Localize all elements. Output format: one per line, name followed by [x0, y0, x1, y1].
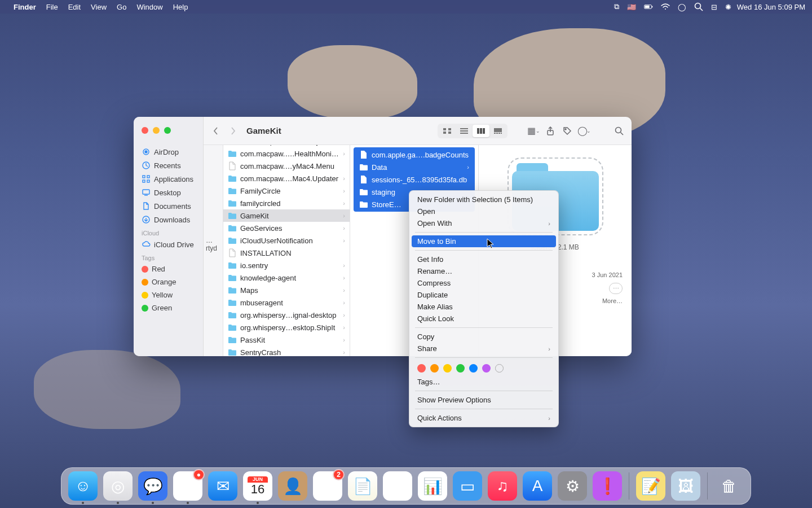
dock-item-signal[interactable]: 💬 [138, 471, 167, 501]
sidebar-tag-yellow[interactable]: Yellow [134, 288, 203, 301]
menu-item-duplicate[interactable]: Duplicate [409, 289, 558, 301]
file-row[interactable]: knowledge-agent› [223, 271, 350, 284]
dock-item-keynote[interactable]: ▭ [453, 471, 482, 501]
file-row[interactable]: Maps› [223, 284, 350, 296]
forward-button[interactable] [226, 124, 240, 138]
menubar-file[interactable]: File [46, 3, 58, 11]
dock-item-calendar[interactable]: JUN16 [243, 471, 272, 501]
file-row[interactable]: Data› [355, 161, 474, 173]
dock-item-mail[interactable]: ✉ [208, 471, 237, 501]
file-row[interactable]: SentryCrash› [223, 346, 350, 356]
file-row[interactable]: mbuseragent› [223, 296, 350, 309]
sidebar-item-applications[interactable]: Applications [134, 172, 203, 186]
file-row[interactable]: PassKit› [223, 334, 350, 346]
sidebar-item-downloads[interactable]: Downloads [134, 213, 203, 226]
file-row[interactable]: iCloudUserNotification› [223, 234, 350, 247]
menu-item-make-alias[interactable]: Make Alias [409, 301, 558, 313]
cleanmymac-menubar-icon[interactable]: ✺ [725, 3, 731, 11]
dock-item-reminders[interactable]: ≣2 [313, 471, 342, 501]
dock-item-settings[interactable]: ⚙ [558, 471, 587, 501]
battery-icon[interactable] [644, 2, 653, 11]
column-0[interactable]: …rtyd [204, 145, 223, 356]
dock-item-trash[interactable]: 🗑 [714, 471, 744, 501]
dock-item-slack[interactable]: ✳● [173, 471, 202, 501]
menubar-clock[interactable]: Wed 16 Jun 5:09 PM [737, 3, 805, 11]
dock-item-preview[interactable]: 🖼 [671, 471, 700, 501]
menu-item-move-to-bin[interactable]: Move to Bin [412, 235, 556, 247]
airplay-icon[interactable]: ⧉ [614, 2, 619, 11]
file-row[interactable]: FamilyCircle› [223, 185, 350, 197]
menu-item-open[interactable]: Open [409, 205, 558, 217]
column-1[interactable]: com.macpaw.…cleanmymac4›com.macpaw.….Hea… [223, 145, 350, 356]
dock-item-safari[interactable]: ◎ [103, 471, 133, 501]
menu-item-compress[interactable]: Compress [409, 277, 558, 289]
file-row[interactable]: org.whispersy…esktop.ShipIt› [223, 321, 350, 334]
menu-item-open-with[interactable]: Open With› [409, 217, 558, 229]
sidebar-item-documents[interactable]: Documents [134, 199, 203, 213]
window-zoom-button[interactable] [164, 127, 171, 134]
file-row[interactable]: INSTALLATION [223, 247, 350, 259]
menubar-help[interactable]: Help [173, 3, 188, 11]
file-row[interactable]: familycircled› [223, 197, 350, 209]
tag-color-dot[interactable] [469, 364, 478, 373]
dock-item-appstore[interactable]: A [523, 471, 552, 501]
menu-item-tags[interactable]: Tags… [409, 376, 558, 388]
file-row[interactable]: com.macpaw.…yMac4.Menu [223, 160, 350, 172]
file-row[interactable]: sessions-_65…8395d35fa.db [355, 173, 474, 186]
view-gallery-button[interactable] [489, 125, 506, 137]
tag-color-dot[interactable] [417, 364, 426, 373]
preview-more-button[interactable]: ⋯ [609, 283, 623, 294]
file-row[interactable]: com.apple.ga….badgeCounts [355, 148, 474, 161]
dock-item-finder[interactable]: ☺ [68, 471, 98, 501]
sidebar-tag-orange[interactable]: Orange [134, 275, 203, 288]
menubar-go[interactable]: Go [117, 3, 126, 11]
file-row[interactable]: com.macpaw.….HealthMonitor› [223, 147, 350, 160]
dock-item-stickies[interactable]: 📝 [636, 471, 665, 501]
file-row[interactable]: GameKit› [223, 209, 350, 222]
share-button[interactable] [544, 124, 557, 138]
search-button[interactable] [612, 124, 626, 138]
tag-color-dot[interactable] [456, 364, 465, 373]
sidebar-item-airdrop[interactable]: AirDrop [134, 145, 203, 159]
menu-item-share[interactable]: Share› [409, 343, 558, 354]
action-button[interactable]: ◯⌄ [577, 124, 591, 138]
sidebar-item-desktop[interactable]: Desktop [134, 186, 203, 199]
dock-item-feedback[interactable]: ❗ [593, 471, 622, 501]
dock-item-notes[interactable]: 📄 [348, 471, 377, 501]
menubar-view[interactable]: View [91, 3, 107, 11]
file-row[interactable]: GeoServices› [223, 222, 350, 234]
tag-color-dot[interactable] [430, 364, 439, 373]
file-row[interactable]: com.macpaw.…Mac4.Updater› [223, 172, 350, 185]
window-minimize-button[interactable] [153, 127, 160, 134]
wifi-icon[interactable] [661, 2, 670, 11]
menu-item-new-folder-with-selection-5-items[interactable]: New Folder with Selection (5 Items) [409, 194, 558, 205]
tag-color-dot[interactable] [482, 364, 491, 373]
menu-item-get-info[interactable]: Get Info [409, 253, 558, 265]
dock-item-pages[interactable]: ✎ [383, 471, 412, 501]
tag-color-dot[interactable] [443, 364, 452, 373]
preview-more-label[interactable]: More… [602, 297, 623, 304]
spotlight-icon[interactable] [694, 2, 703, 11]
user-icon[interactable]: ◯ [678, 3, 686, 11]
group-by-button[interactable]: ▦⌄ [527, 124, 540, 138]
menu-item-show-preview-options[interactable]: Show Preview Options [409, 394, 558, 406]
view-icons-button[interactable] [439, 125, 456, 137]
dock-item-contacts[interactable]: 👤 [278, 471, 307, 501]
sidebar-item-icloud-drive[interactable]: iCloud Drive [134, 238, 203, 251]
file-row[interactable]: org.whispersy…ignal-desktop› [223, 309, 350, 321]
menu-item-quick-actions[interactable]: Quick Actions› [409, 412, 558, 424]
menu-item-copy[interactable]: Copy [409, 331, 558, 343]
input-source-icon[interactable]: 🇺🇸 [627, 3, 636, 11]
menu-item-quick-look[interactable]: Quick Look [409, 313, 558, 325]
tags-button[interactable] [561, 124, 574, 138]
sidebar-tag-green[interactable]: Green [134, 301, 203, 314]
menubar-app-name[interactable]: Finder [14, 3, 36, 11]
sidebar-item-recents[interactable]: Recents [134, 159, 203, 172]
dock-item-numbers[interactable]: 📊 [418, 471, 447, 501]
tag-color-none[interactable] [495, 364, 504, 373]
window-close-button[interactable] [142, 127, 148, 134]
view-columns-button[interactable] [473, 125, 489, 137]
view-list-button[interactable] [456, 125, 473, 137]
back-button[interactable] [209, 124, 223, 138]
menu-item-rename[interactable]: Rename… [409, 265, 558, 277]
